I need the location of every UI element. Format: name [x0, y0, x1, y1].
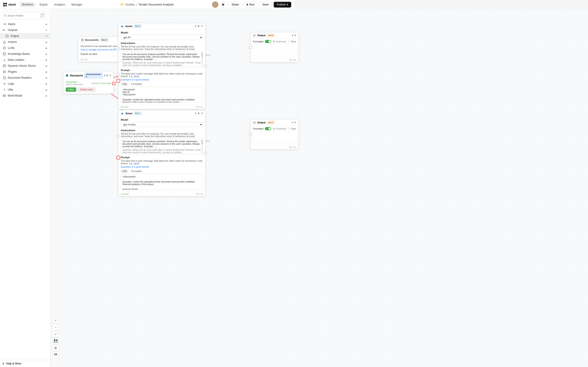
azure-1-close-icon[interactable]: ✕	[201, 112, 203, 115]
output-0-download-btn[interactable]: Download	[276, 40, 286, 43]
sidebar-item-kb[interactable]: Knowledge Bases ▶	[0, 51, 50, 57]
azure-0-tab-edit[interactable]: Edit	[121, 82, 128, 86]
top-nav: stack Workflow Export Analytics Manager …	[0, 0, 294, 9]
azure-0-connector-in-bot[interactable]	[117, 73, 120, 76]
sidebar-item-logic[interactable]: Logic ▶	[0, 81, 50, 87]
sidebar-item-dr[interactable]: Document Readers ▶	[0, 75, 50, 81]
nav-tab-export[interactable]: Export	[37, 2, 50, 7]
dr-arrow: ▶	[46, 77, 48, 79]
sidebar-item-dvs[interactable]: Dynamic Vector Stores ▶	[0, 63, 50, 69]
save-button[interactable]: Save	[259, 2, 271, 7]
azure-1-tab-formatted[interactable]: Formatted	[129, 169, 144, 173]
azure-1-prompt-label: Prompt	[121, 156, 203, 159]
output-0-copy-icon[interactable]: ⧉	[273, 40, 275, 43]
output-1-toggle[interactable]	[265, 127, 271, 130]
publish-button[interactable]: Publish ▾	[274, 2, 291, 8]
breadcrumb-parent[interactable]: Guides	[125, 3, 135, 6]
nav-tab-analytics[interactable]: Analytics	[52, 2, 67, 7]
nav-tab-workflow[interactable]: Workflow	[19, 2, 35, 7]
azure-1-connector-in-top[interactable]	[117, 134, 120, 138]
azure-1-connector-in-highlighted[interactable]	[116, 156, 120, 159]
azure-0-prompt-link-text: Examples of a good prompt	[121, 78, 203, 81]
svg-text:S: S	[66, 75, 67, 76]
output-0-info-icon[interactable]: ℹ	[292, 34, 293, 37]
multimodal-icon	[3, 94, 6, 97]
output-menu-icon[interactable]: ≡	[46, 34, 48, 38]
sidebar-item-multimodal[interactable]: Multi-Modal ▶	[0, 93, 50, 99]
output-0-clear-btn[interactable]: Clear	[291, 40, 294, 43]
sharepoint-close-icon[interactable]: ✕	[109, 74, 111, 77]
azure-1-scrollbar	[202, 139, 202, 153]
sidebar-item-llms[interactable]: LLMs ▶	[0, 45, 50, 51]
svg-rect-0	[3, 3, 5, 4]
sidebar-item-utils[interactable]: Utils ▶	[0, 87, 50, 93]
output-0-header: Output out-0 ℹ ✕	[251, 32, 294, 39]
sidebar-label-utils: Utils	[8, 88, 13, 91]
user-avatar[interactable]	[212, 1, 218, 8]
output-0-formatted-label: Formatted	[253, 40, 263, 43]
azure-0-connector-in-top[interactable]	[117, 47, 120, 50]
azure-1-model-select[interactable]: gpt-4-turbo	[121, 122, 203, 127]
sharepoint-info-icon[interactable]: ℹ	[104, 74, 105, 77]
azure-0-instructions-label: Instructions	[121, 42, 203, 44]
run-icon-btn[interactable]	[220, 1, 227, 8]
azure-1-prompt-body[interactable]: </document> Question: review the uploade…	[121, 174, 203, 184]
azure-1-settings-icon[interactable]: ⚙	[197, 112, 199, 115]
output-0-connector-in[interactable]	[249, 46, 252, 49]
output-1-connector-in[interactable]	[249, 133, 252, 136]
sidebar-item-inputs[interactable]: Inputs ▶	[0, 21, 50, 27]
svg-point-33	[254, 122, 255, 123]
sharepoint-delete-btn[interactable]: Delete index	[78, 87, 95, 92]
output-1-more-icon[interactable]: ⋮	[287, 127, 290, 130]
sharepoint-icon: S	[66, 74, 69, 77]
output-1-header: Output out-1 ℹ ✕	[251, 119, 294, 126]
output-1-download-btn[interactable]: Download	[276, 127, 286, 130]
sidebar-item-output-sub[interactable]: Output ≡	[0, 33, 50, 39]
search-input[interactable]	[7, 14, 39, 17]
sidebar-item-actions[interactable]: Actions ▶	[0, 39, 50, 45]
sidebar-item-outputs[interactable]: Outputs ▼	[0, 27, 50, 33]
azure-0-model-select[interactable]: gpt-40	[121, 35, 203, 40]
azure-1-prompt-link[interactable]: Examples of a good prompt	[121, 166, 149, 168]
azure-0-scrollbar	[202, 52, 202, 66]
azure-1-header-actions: ℹ ⚙ ✕	[195, 112, 203, 115]
output-1-copy-icon[interactable]: ⧉	[273, 127, 275, 130]
azure-0-prompt-link[interactable]: Examples of a good prompt	[121, 78, 149, 81]
azure-1-info-icon[interactable]: ℹ	[195, 112, 196, 115]
output-1-clear-btn[interactable]: Clear	[291, 127, 294, 130]
canvas: Input Input query Completion Completion …	[51, 9, 294, 184]
share-button[interactable]: Share	[229, 2, 242, 7]
sharepoint-badge: sharepointemb-0	[84, 73, 103, 78]
azure-0-connector-out[interactable]	[204, 65, 207, 68]
llms-icon	[3, 46, 6, 50]
output-0-more-icon[interactable]: ⋮	[287, 40, 290, 43]
breadcrumb: 📁 Guides / Tender Document Analysis	[120, 3, 174, 6]
azure-0-prompt-body[interactable]: <document> {doc-0} </document> Question:…	[121, 87, 203, 103]
sharepoint-index-btn[interactable]: Index	[66, 87, 76, 92]
dl-arrow: ▶	[46, 59, 48, 61]
azure-0-close-icon[interactable]: ✕	[201, 25, 203, 28]
azure-0-tab-formatted[interactable]: Formatted	[129, 82, 144, 86]
azure-1-instructions-box[interactable]: You are an AI document analysis assistan…	[121, 139, 203, 154]
azure-0-instructions-box[interactable]: You are an AI document analysis assistan…	[121, 51, 203, 67]
output-1-icon	[253, 121, 256, 124]
output-0-toggle[interactable]	[265, 40, 271, 43]
azure-1-connector-out[interactable]	[204, 152, 207, 155]
sharepoint-connector-out[interactable]	[112, 82, 115, 85]
output-1-info-icon[interactable]: ℹ	[292, 121, 293, 124]
run-button[interactable]: Run	[244, 2, 258, 7]
sidebar-item-plugins[interactable]: Plugins ▶	[0, 69, 50, 75]
azure-1-tab-edit[interactable]: Edit	[121, 169, 128, 173]
kb-icon	[3, 52, 6, 56]
sharepoint-settings-icon[interactable]: ⚙	[106, 74, 108, 77]
azure-0-info-icon[interactable]: ℹ	[195, 25, 196, 28]
azure-0-settings-icon[interactable]: ⚙	[197, 25, 199, 28]
nav-tab-manager[interactable]: Manager	[69, 2, 85, 7]
logic-icon	[3, 82, 6, 85]
output-1-controls: Formatted ⧉ Download ⋮ Clear	[251, 126, 294, 132]
dl-icon	[3, 58, 6, 61]
sharepoint-status: Connected ✓ Click to disconnect Synced (…	[63, 80, 113, 86]
inputs-icon	[3, 23, 6, 26]
sidebar-item-dl[interactable]: Data Loaders ▶	[0, 57, 50, 63]
azure-0-connector-in-highlighted[interactable]	[116, 79, 120, 83]
